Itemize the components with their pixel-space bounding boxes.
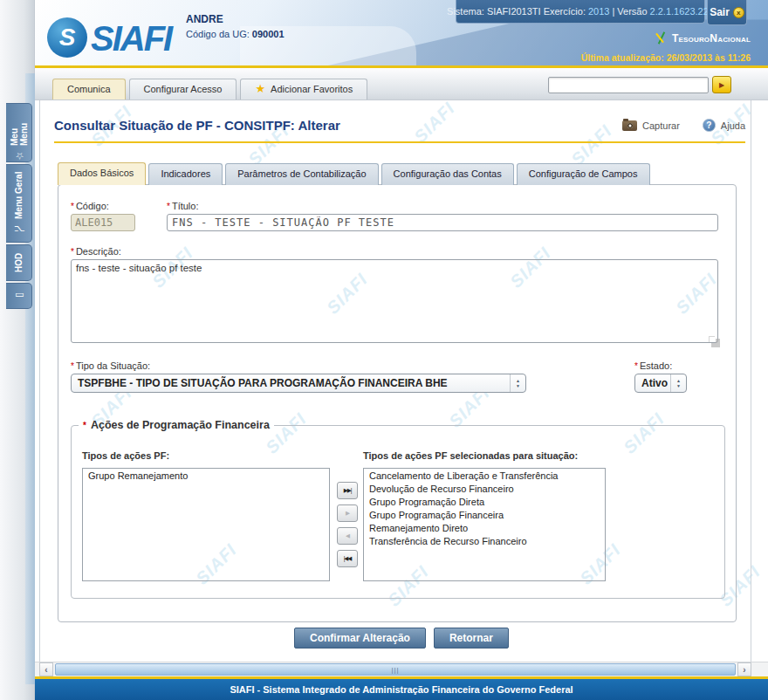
row-tipo-estado: *Tipo da Situação: TSPFBHE - TIPO DE SIT… <box>71 360 718 393</box>
sidebar-item-terminal[interactable]: ▭ <box>6 283 32 309</box>
ug-value: 090001 <box>252 29 285 39</box>
field-codigo: *Código: <box>71 201 154 231</box>
acoes-legend-text: Ações de Programação Financeira <box>91 419 270 431</box>
nav-tabs: Comunica Configurar Acesso ★ Adicionar F… <box>52 79 367 100</box>
camera-icon <box>622 120 637 131</box>
field-tipo-situacao: *Tipo da Situação: TSPFBHE - TIPO DE SIT… <box>71 360 526 393</box>
move-left-button[interactable]: ◀ <box>337 527 358 545</box>
tab-parametros-contabilizacao[interactable]: Parâmetros de Contabilização <box>225 163 378 185</box>
form-panel: *Código: *Título: *Descrição: fns - test… <box>58 184 737 622</box>
monitor-icon: ▭ <box>13 291 24 302</box>
left-rail: ☆ Meu Menu ⌥ Menu Geral HOD ▭ <box>0 0 35 700</box>
list-item[interactable]: Grupo Programação Financeira <box>364 508 605 521</box>
list-item[interactable]: Transferência de Recurso Financeiro <box>364 534 605 547</box>
search-input[interactable] <box>548 77 709 93</box>
logout-label: Sair <box>710 6 730 18</box>
tab-configuracao-campos[interactable]: Configuração de Campos <box>517 163 650 185</box>
page-actions: Capturar ? Ajuda <box>622 119 745 132</box>
titulo-label-text: Título: <box>172 201 199 211</box>
select-chevrons-icon: ▲ ▼ <box>510 374 525 392</box>
action-buttons: Confirmar Alteração Retornar <box>35 628 768 649</box>
required-marker: * <box>71 361 74 371</box>
nav-tab-adicionar-favoritos[interactable]: ★ Adicionar Favoritos <box>240 79 367 100</box>
sidebar-item-menu-geral[interactable]: ⌥ Menu Geral <box>6 164 32 243</box>
codigo-label-text: Código: <box>76 201 109 211</box>
user-name: ANDRE <box>186 13 285 25</box>
nav-tab-label: Comunica <box>67 84 111 94</box>
content-area: SIAFI SIAFI SIAFI SIAFI SIAFI SIAFI SIAF… <box>35 100 768 662</box>
nav-tab-configurar-acesso[interactable]: Configurar Acesso <box>129 79 237 100</box>
scrollbar-thumb[interactable]: ||| <box>55 663 736 676</box>
form-tabs: Dados Básicos Indicadores Parâmetros de … <box>58 163 650 185</box>
resize-grip-icon[interactable] <box>710 337 716 343</box>
footer-bar: SIAFI - Sistema Integrado de Administraç… <box>35 679 768 700</box>
scroll-right-button[interactable]: › <box>737 662 751 676</box>
exercise-value: 2013 <box>588 6 609 17</box>
return-button[interactable]: Retornar <box>434 628 509 649</box>
content-border-left <box>39 100 40 662</box>
tipo-situacao-label: *Tipo da Situação: <box>71 360 526 371</box>
separator: | <box>612 6 614 17</box>
tab-dados-basicos[interactable]: Dados Básicos <box>58 162 146 185</box>
required-marker: * <box>634 361 638 371</box>
scroll-left-button[interactable]: ‹ <box>39 662 53 676</box>
descricao-textarea[interactable]: fns - teste - situação pf teste <box>71 259 718 343</box>
help-button[interactable]: ? Ajuda <box>703 119 745 132</box>
titulo-input[interactable] <box>167 214 718 231</box>
move-right-button[interactable]: ▶ <box>337 504 358 522</box>
chevron-down-icon: ▼ <box>676 384 681 388</box>
title-underline <box>54 141 745 143</box>
titulo-label: *Título: <box>167 201 718 211</box>
footer-text: SIAFI - Sistema Integrado de Administraç… <box>230 684 573 695</box>
descricao-label-text: Descrição: <box>76 246 121 257</box>
chevron-up-icon: ▲ <box>516 379 520 383</box>
list-item[interactable]: Cancelamento de Liberação e Transferênci… <box>364 469 605 482</box>
sidebar-item-hod[interactable]: HOD <box>6 244 32 281</box>
confirm-button[interactable]: Confirmar Alteração <box>294 628 426 649</box>
search-arrow-icon: ▶ <box>719 81 724 89</box>
tipo-situacao-select[interactable]: TSPFBHE - TIPO DE SITUAÇÃO PARA PROGRAMA… <box>71 374 526 393</box>
logout-button[interactable]: Sair x <box>707 0 747 25</box>
search-area: ▶ <box>548 76 731 93</box>
nav-tab-comunica[interactable]: Comunica <box>52 79 126 100</box>
system-value: SIAFI2013TI <box>487 6 541 17</box>
tesouro-nacional-logo: TesouroNacional <box>654 31 751 45</box>
field-titulo: *Título: <box>167 201 718 231</box>
field-estado: *Estado: Ativo ▲ ▼ <box>634 360 687 393</box>
estado-select[interactable]: Ativo ▲ ▼ <box>634 374 687 393</box>
capture-button[interactable]: Capturar <box>622 120 680 131</box>
user-ug: Código da UG: 090001 <box>186 29 285 39</box>
tab-configuracao-contas[interactable]: Configuração das Contas <box>381 163 514 185</box>
row-codigo-titulo: *Código: *Título: <box>71 201 718 231</box>
help-icon: ? <box>703 119 716 132</box>
sidebar-item-label: HOD <box>14 253 24 272</box>
selected-listbox[interactable]: Cancelamento de Liberação e Transferênci… <box>363 468 606 581</box>
estado-label: *Estado: <box>634 360 687 371</box>
estado-value: Ativo <box>641 377 668 389</box>
nav-bar: Comunica Configurar Acesso ★ Adicionar F… <box>35 68 768 100</box>
tab-indicadores[interactable]: Indicadores <box>148 163 223 185</box>
field-descricao: *Descrição: fns - teste - situação pf te… <box>71 246 718 347</box>
help-label: Ajuda <box>721 120 745 131</box>
list-item[interactable]: Grupo Remanejamento <box>83 469 329 482</box>
available-listbox[interactable]: Grupo Remanejamento <box>82 468 330 581</box>
sitemap-icon: ⌥ <box>13 223 24 235</box>
chevron-up-icon: ▲ <box>676 379 681 383</box>
list-item[interactable]: Remanejamento Direto <box>364 521 605 534</box>
tipo-situacao-value: TSPFBHE - TIPO DE SITUAÇÃO PARA PROGRAMA… <box>78 377 448 389</box>
list-item[interactable]: Grupo Programação Direta <box>364 495 605 508</box>
sidebar-item-meu-menu[interactable]: ☆ Meu Menu <box>6 103 32 162</box>
move-all-right-button[interactable]: ▶▶| <box>337 482 358 499</box>
search-go-button[interactable]: ▶ <box>712 76 731 93</box>
last-update: Última atualização: 26/03/2013 às 11:26 <box>581 52 751 63</box>
system-info: Sistema: SIAFI2013TI Exercício: 2013 | V… <box>456 0 705 24</box>
acoes-legend: * Ações de Programação Financeira <box>79 419 274 431</box>
acoes-fieldset: * Ações de Programação Financeira Tipos … <box>71 419 725 599</box>
required-marker: * <box>71 247 74 257</box>
codigo-input <box>71 214 135 231</box>
list-item[interactable]: Devolução de Recurso Financeiro <box>364 482 605 495</box>
horizontal-scrollbar[interactable]: ‹ ||| › <box>35 662 768 676</box>
move-all-left-button[interactable]: |◀◀ <box>337 550 358 567</box>
version-value: 2.2.1.1623.223 <box>650 6 714 17</box>
required-marker: * <box>83 421 86 430</box>
